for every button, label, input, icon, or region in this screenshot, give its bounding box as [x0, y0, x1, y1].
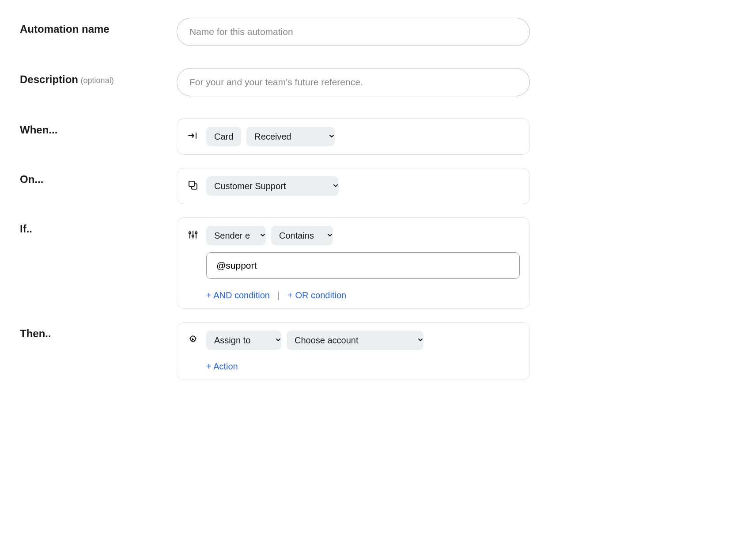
- filter-icon: [187, 228, 199, 241]
- if-label: If..: [20, 223, 32, 235]
- on-panel: Customer Support: [177, 168, 530, 204]
- chevron-down-icon: [408, 337, 417, 344]
- board-icon: [187, 179, 199, 191]
- then-label: Then..: [20, 327, 51, 339]
- description-input[interactable]: [177, 68, 530, 96]
- add-and-condition-button[interactable]: + AND condition: [206, 290, 270, 300]
- if-operator-value: Contains: [279, 231, 314, 241]
- chevron-down-icon: [320, 133, 329, 140]
- when-panel: Card Received: [177, 118, 530, 155]
- if-operator-select[interactable]: Contains: [271, 226, 333, 245]
- svg-point-6: [192, 235, 194, 237]
- on-label: On...: [20, 173, 43, 185]
- automation-name-input[interactable]: [177, 18, 530, 46]
- then-target-value: Choose account: [295, 335, 359, 346]
- then-target-select[interactable]: Choose account: [287, 331, 423, 350]
- on-target-select[interactable]: Customer Support: [206, 176, 339, 196]
- if-value-input[interactable]: [206, 252, 520, 279]
- trigger-icon: [187, 129, 199, 142]
- on-target-value: Customer Support: [214, 181, 286, 191]
- add-or-condition-button[interactable]: + OR condition: [287, 290, 346, 300]
- when-entity-value: Card: [214, 132, 233, 142]
- optional-label: (optional): [81, 76, 114, 85]
- chevron-down-icon: [251, 232, 260, 239]
- condition-separator: |: [278, 290, 280, 300]
- svg-point-7: [195, 232, 197, 234]
- then-panel: Assign to Choose account + Action: [177, 322, 530, 380]
- when-event-select[interactable]: Received: [246, 127, 335, 146]
- then-action-select[interactable]: Assign to: [206, 331, 281, 350]
- add-action-button[interactable]: + Action: [206, 361, 238, 371]
- when-entity-select[interactable]: Card: [206, 127, 241, 146]
- when-label: When...: [20, 124, 57, 136]
- if-field-value: Sender e: [214, 231, 251, 241]
- chevron-down-icon: [324, 183, 333, 190]
- chevron-down-icon: [266, 337, 275, 344]
- automation-name-label: Automation name: [20, 23, 110, 35]
- action-icon: [187, 333, 199, 346]
- svg-point-5: [189, 232, 191, 234]
- if-field-select[interactable]: Sender e: [206, 226, 266, 245]
- then-action-value: Assign to: [214, 335, 250, 346]
- svg-rect-1: [189, 181, 194, 186]
- description-label: Description: [20, 73, 78, 85]
- if-panel: Sender e Contains + AND condition: [177, 217, 530, 309]
- chevron-down-icon: [318, 232, 327, 239]
- when-event-value: Received: [254, 132, 291, 142]
